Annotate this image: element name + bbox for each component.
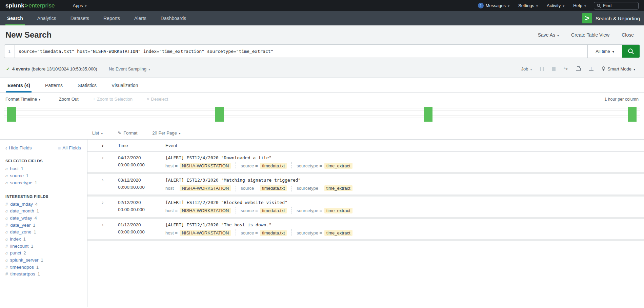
messages-menu[interactable]: 1Messages (474, 0, 514, 11)
format-button[interactable]: ✎Format (118, 130, 137, 136)
run-search-button[interactable] (622, 45, 640, 58)
nav-tab-datasets[interactable]: Datasets (63, 11, 96, 25)
tab-events-4[interactable]: Events (4) (6, 78, 32, 93)
nav-tab-search[interactable]: Search (0, 11, 30, 25)
list-label: List (92, 130, 99, 136)
field-item-date-wday[interactable]: adate_wday4 (0, 214, 87, 222)
field-pair-value[interactable]: timedata.txt (260, 163, 287, 169)
caret-down-icon (612, 49, 614, 54)
field-pair-value[interactable]: NISHA-WORKSTATION (180, 230, 231, 236)
event-time: 01/12/202000:00:00.000 (118, 221, 155, 236)
field-item-splunk-server[interactable]: asplunk_server1 (0, 256, 87, 264)
job-status-row: 4 events (before 13/10/2024 10:53:35.000… (4, 62, 640, 76)
timeline-bar[interactable] (424, 107, 432, 122)
field-item-sourcetype[interactable]: asourcetype1 (0, 179, 87, 186)
settings-menu[interactable]: Settings (514, 0, 542, 11)
field-item-date-zone[interactable]: adate_zone1 (0, 228, 87, 235)
field-item-host[interactable]: ahost1 (0, 165, 87, 172)
job-done-check-icon (6, 66, 10, 71)
search-mode-menu[interactable]: Smart Mode (602, 66, 635, 71)
field-item-linecount[interactable]: #linecount1 (0, 243, 87, 249)
field-pair-label: host = (165, 163, 179, 168)
event-row: ›01/12/202000:00:00.000[ALERT] EST12/1/2… (87, 219, 644, 241)
field-count: 1 (35, 181, 37, 185)
export-button[interactable]: ↓ (589, 66, 593, 71)
expand-event-chevron-icon[interactable]: › (87, 177, 118, 191)
zoom-out-button[interactable]: −Zoom Out (55, 97, 78, 102)
field-separator (236, 207, 236, 214)
field-name: date_mday (10, 202, 33, 207)
share-job-button[interactable]: ↪ (564, 66, 568, 72)
field-type-icon: a (5, 173, 8, 178)
field-pair-value[interactable]: time_extract (324, 230, 353, 236)
field-item-date-mday[interactable]: #date_mday4 (0, 201, 87, 207)
raw-event-text[interactable]: [ALERT] EST12/3/2020 "Matching signature… (165, 177, 644, 184)
splunk-logo[interactable]: splunk>enterprise (0, 2, 60, 9)
info-column-header: i (87, 143, 118, 148)
list-button[interactable]: List (92, 130, 103, 136)
field-pair-value[interactable]: NISHA-WORKSTATION (180, 185, 231, 191)
field-item-timeendpos[interactable]: #timeendpos1 (0, 264, 87, 270)
event-sampling-menu[interactable]: No Event Sampling (109, 66, 150, 71)
field-item-timestartpos[interactable]: #timestartpos1 (0, 270, 87, 277)
apps-menu[interactable]: Apps (68, 0, 91, 11)
timeline-bar[interactable] (7, 107, 16, 122)
help-menu[interactable]: Help (569, 0, 590, 11)
print-button[interactable] (576, 67, 581, 71)
pause-job-button[interactable] (540, 67, 544, 71)
create-table-view-button[interactable]: Create Table View (571, 32, 609, 38)
tab-patterns[interactable]: Patterns (44, 78, 64, 93)
field-name: index (10, 237, 21, 242)
nav-tab-analytics[interactable]: Analytics (30, 11, 63, 25)
download-icon: ↓ (589, 66, 593, 71)
time-range-picker[interactable]: All time (587, 45, 622, 58)
results-main-area: Hide Fields All Fields SELECTED FIELDS a… (0, 140, 644, 307)
field-pair-value[interactable]: timedata.txt (260, 185, 287, 191)
search-query-input[interactable]: source="timedata.txt" host="NISHA-WORKST… (15, 45, 587, 58)
current-app-badge[interactable]: > Search & Reporting (582, 13, 644, 23)
format-timeline-button[interactable]: Format Timeline (5, 97, 40, 102)
logo-product-text: enterprise (28, 2, 55, 9)
field-item-date-month[interactable]: adate_month1 (0, 207, 87, 214)
field-pair-value[interactable]: NISHA-WORKSTATION (180, 163, 231, 169)
list-icon (58, 145, 61, 151)
hide-fields-button[interactable]: Hide Fields (5, 145, 32, 151)
field-pair-value[interactable]: time_extract (324, 208, 353, 213)
field-pair-value[interactable]: timedata.txt (260, 208, 287, 213)
job-menu[interactable]: Job (521, 66, 532, 71)
tab-visualization[interactable]: Visualization (110, 78, 139, 93)
all-fields-button[interactable]: All Fields (58, 145, 81, 151)
raw-event-text[interactable]: [ALERT] EST12/1/2020 "The host is down." (165, 221, 644, 228)
find-input[interactable]: Find (594, 2, 639, 9)
event-timeline-chart[interactable] (4, 106, 640, 122)
save-as-button[interactable]: Save As (538, 32, 559, 38)
field-pair-value[interactable]: NISHA-WORKSTATION (180, 208, 231, 213)
field-name: date_wday (10, 215, 32, 221)
stop-job-button[interactable] (552, 67, 556, 71)
close-button[interactable]: Close (622, 32, 634, 38)
field-item-punct[interactable]: apunct2 (0, 249, 87, 256)
field-item-source[interactable]: asource1 (0, 172, 87, 179)
tab-statistics[interactable]: Statistics (76, 78, 98, 93)
field-pair-value[interactable]: timedata.txt (260, 230, 287, 236)
raw-event-text[interactable]: [ALERT] EST12/2/2020 "Blocked website vi… (165, 199, 644, 206)
nav-tab-alerts[interactable]: Alerts (127, 11, 154, 25)
expand-event-chevron-icon[interactable]: › (87, 154, 118, 169)
field-item-date-year[interactable]: #date_year1 (0, 222, 87, 228)
20-per-page-button[interactable]: 20 Per Page (152, 130, 180, 136)
timeline-bar[interactable] (628, 107, 637, 122)
nav-tab-reports[interactable]: Reports (96, 11, 127, 25)
caret-down-icon (584, 3, 586, 8)
nav-tab-dashboards[interactable]: Dashboards (154, 11, 194, 25)
field-item-index[interactable]: aindex1 (0, 235, 87, 243)
field-separator (291, 207, 292, 214)
event-field-pairs: host = NISHA-WORKSTATIONsource = timedat… (165, 207, 644, 214)
activity-menu[interactable]: Activity (542, 0, 569, 11)
timeline-bar[interactable] (215, 107, 224, 122)
field-pair-value[interactable]: time_extract (324, 185, 353, 191)
expand-event-chevron-icon[interactable]: › (87, 199, 118, 214)
field-pair-value[interactable]: time_extract (324, 163, 353, 169)
field-type-icon: # (5, 271, 8, 276)
expand-event-chevron-icon[interactable]: › (87, 221, 118, 236)
raw-event-text[interactable]: [ALERT] EST12/4/2020 "Downloaded a file" (165, 154, 644, 161)
